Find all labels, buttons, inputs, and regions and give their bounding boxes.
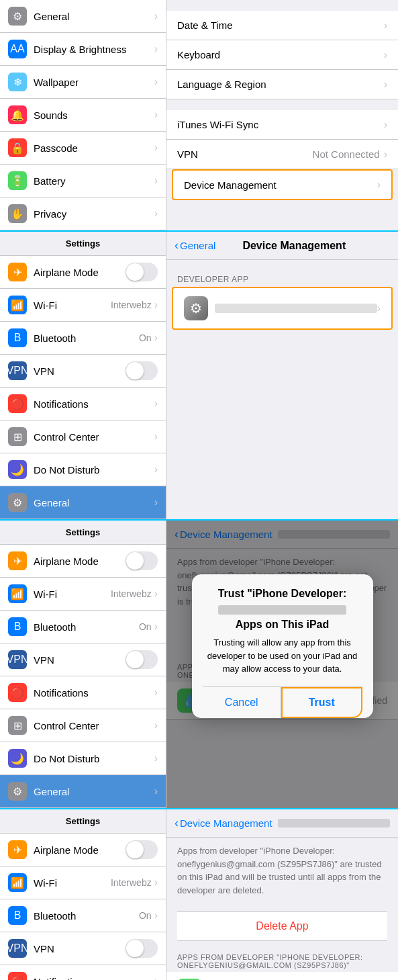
sidebar-item-vpn4[interactable]: VPN VPN <box>0 932 166 965</box>
sidebar-item-label: Do Not Disturb <box>34 464 154 476</box>
chevron-right-icon: › <box>377 179 381 191</box>
sidebar-item-notifications4[interactable]: 🔴 Notifications › <box>0 965 166 980</box>
toggle[interactable] <box>126 361 158 380</box>
chevron-right-icon: › <box>384 49 387 61</box>
back-chevron-icon: ‹ <box>175 816 179 830</box>
section-4: Settings ✈ Airplane Mode 📶 Wi-Fi Interwe… <box>0 809 398 980</box>
airplane-icon: ✈ <box>8 263 27 281</box>
sidebar-item-donotdisturb3[interactable]: 🌙 Do Not Disturb › <box>0 742 166 775</box>
sidebar-item-notifications3[interactable]: 🔴 Notifications › <box>0 676 166 709</box>
main-row-language[interactable]: Language & Region › <box>166 70 398 99</box>
sidebar-item-general3[interactable]: ⚙ General › <box>0 775 166 808</box>
sidebar-item-airplane3[interactable]: ✈ Airplane Mode <box>0 545 166 578</box>
chevron-right-icon: › <box>154 877 158 889</box>
sidebar-item-wallpaper[interactable]: ❄ Wallpaper › <box>0 66 166 99</box>
chevron-right-icon: › <box>154 299 158 311</box>
sidebar-item-display[interactable]: AA Display & Brightness › <box>0 33 166 66</box>
sidebar-item-notifications[interactable]: 🔴 Notifications › <box>0 388 166 420</box>
section-1: ⚙ General › AA Display & Brightness › ❄ … <box>0 0 398 232</box>
sidebar-item-label: VPN <box>34 654 126 666</box>
toggle[interactable] <box>126 551 158 570</box>
main-row-datetime[interactable]: Date & Time › <box>166 11 398 40</box>
sidebar-item-label: Display & Brightness <box>34 44 154 55</box>
sidebar-item-airplane4[interactable]: ✈ Airplane Mode <box>0 834 166 866</box>
sidebar-item-label: Wi-Fi <box>34 588 111 600</box>
sidebar-item-label: Bluetooth <box>34 621 139 633</box>
sidebar-item-label: Notifications <box>34 398 154 410</box>
display-icon: AA <box>8 40 27 58</box>
sidebar-item-vpn3[interactable]: VPN VPN <box>0 643 166 676</box>
general-icon: ⚙ <box>8 7 27 26</box>
chevron-right-icon: › <box>154 10 158 22</box>
sidebar-item-vpn2[interactable]: VPN VPN <box>0 355 166 388</box>
chevron-right-icon: › <box>384 19 387 32</box>
sidebar-item-wifi3[interactable]: 📶 Wi-Fi Interwebz › <box>0 578 166 611</box>
toggle[interactable] <box>126 840 158 859</box>
vpn2-icon: VPN <box>8 361 27 380</box>
sidebar-item-label: VPN <box>34 365 126 377</box>
delete-btn-row: Delete App <box>166 903 398 949</box>
main-row-vpn[interactable]: VPN Not Connected › <box>166 140 398 169</box>
sidebar-item-wifi4[interactable]: 📶 Wi-Fi Interwebz › <box>0 866 166 899</box>
toggle[interactable] <box>126 650 158 669</box>
delete-app-button[interactable]: Delete App <box>177 911 387 941</box>
modal-subtitle: Apps on This iPad <box>203 619 362 631</box>
sidebar: Settings ✈ Airplane Mode 📶 Wi-Fi Interwe… <box>0 809 166 980</box>
sidebar-item-privacy[interactable]: ✋ Privacy › <box>0 197 166 230</box>
sidebar-item-airplane[interactable]: ✈ Airplane Mode <box>0 256 166 289</box>
sidebar-header: Settings <box>0 809 166 834</box>
section-2: Settings ✈ Airplane Mode 📶 Wi-Fi Interwe… <box>0 232 398 521</box>
back-button[interactable]: ‹ Device Management <box>175 816 272 830</box>
sidebar-item-sounds[interactable]: 🔔 Sounds › <box>0 99 166 132</box>
row-label: Language & Region <box>177 79 384 90</box>
sidebar-item-value: Interwebz <box>111 588 152 599</box>
modal-redacted-line <box>218 605 346 615</box>
airplane4-icon: ✈ <box>8 840 27 859</box>
sidebar-item-passcode[interactable]: 🔒 Passcode › <box>0 132 166 165</box>
toggle[interactable] <box>126 263 158 281</box>
sidebar-item-controlcenter[interactable]: ⊞ Control Center › <box>0 420 166 453</box>
sidebar-item-label: Control Center <box>34 431 154 443</box>
row-label: iTunes Wi-Fi Sync <box>177 119 384 130</box>
row-label: Keyboard <box>177 49 384 60</box>
bluetooth-icon: B <box>8 328 27 347</box>
sidebar-item-label: Control Center <box>34 720 154 731</box>
main-row-itunes-sync[interactable]: iTunes Wi-Fi Sync › <box>166 110 398 140</box>
vpn3-icon: VPN <box>8 650 27 669</box>
chevron-right-icon: › <box>377 302 381 314</box>
sidebar-item-wifi[interactable]: 📶 Wi-Fi Interwebz › <box>0 289 166 322</box>
battery-icon: 🔋 <box>8 171 27 190</box>
sidebar: Settings ✈ Airplane Mode 📶 Wi-Fi Interwe… <box>0 521 166 808</box>
app-row[interactable]: 💧 PP盘古越狱 Verified <box>166 972 398 980</box>
modal-cancel-button[interactable]: Cancel <box>203 687 282 718</box>
bluetooth4-icon: B <box>8 906 27 925</box>
sidebar-item-label: Airplane Mode <box>34 267 126 278</box>
sidebar-item-donotdisturb[interactable]: 🌙 Do Not Disturb › <box>0 453 166 486</box>
back-label[interactable]: General <box>180 240 215 251</box>
chevron-right-icon: › <box>154 686 158 699</box>
chevron-right-icon: › <box>154 398 158 410</box>
main-row-device-mgmt[interactable]: Device Management › <box>172 169 393 200</box>
vpn4-icon: VPN <box>8 939 27 958</box>
dev-app-row[interactable]: ⚙ › <box>172 287 393 330</box>
sidebar-item-bluetooth3[interactable]: B Bluetooth On › <box>0 611 166 643</box>
toggle[interactable] <box>126 939 158 958</box>
sidebar-item-battery[interactable]: 🔋 Battery › <box>0 165 166 197</box>
sidebar-item-controlcenter3[interactable]: ⊞ Control Center › <box>0 709 166 742</box>
main-row-keyboard[interactable]: Keyboard › <box>166 40 398 70</box>
sidebar-item-bluetooth4[interactable]: B Bluetooth On › <box>0 899 166 932</box>
chevron-right-icon: › <box>154 332 158 344</box>
back-button[interactable]: ‹ General <box>175 238 215 253</box>
back-label[interactable]: Device Management <box>180 817 272 829</box>
sidebar-item-label: General <box>34 497 154 508</box>
sidebar-item-general2[interactable]: ⚙ General › <box>0 486 166 519</box>
main-pane-1: Date & Time › Keyboard › Language & Regi… <box>166 0 398 230</box>
sidebar-item-general[interactable]: ⚙ General › <box>0 0 166 33</box>
chevron-right-icon: › <box>154 43 158 55</box>
main-pane-4: ‹ Device Management Apps from developer … <box>166 809 398 980</box>
sidebar-item-label: Airplane Mode <box>34 555 126 567</box>
sidebar-item-value: On <box>139 332 152 343</box>
sidebar-item-label: VPN <box>34 943 126 954</box>
modal-trust-button[interactable]: Trust <box>281 687 362 718</box>
sidebar-item-bluetooth[interactable]: B Bluetooth On › <box>0 322 166 355</box>
